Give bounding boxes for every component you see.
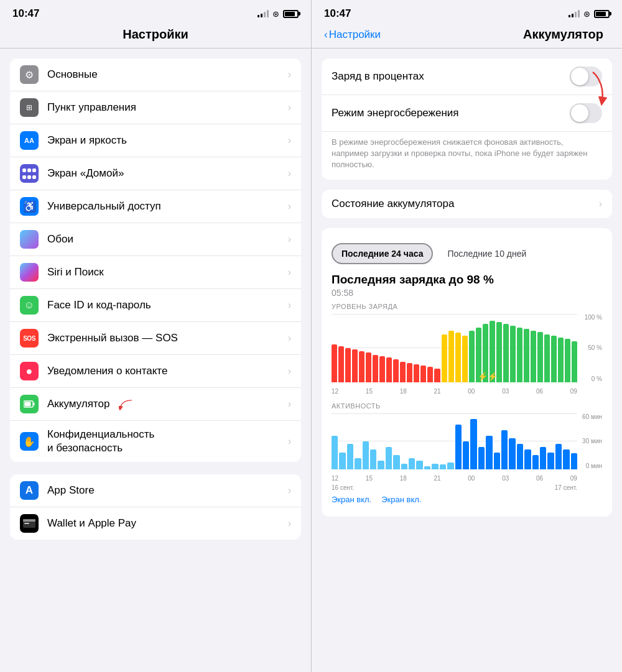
status-bar-right: 10:47 ⊛ xyxy=(312,0,622,25)
energy-save-toggle[interactable] xyxy=(570,103,602,123)
battery-bar xyxy=(338,346,344,382)
sos-icon: SOS xyxy=(20,329,39,348)
activity-bar xyxy=(532,455,539,469)
chevron-icon: › xyxy=(288,135,291,146)
battery-bar xyxy=(503,324,509,382)
battery-bar xyxy=(565,339,570,382)
activity-bar xyxy=(494,453,500,469)
nav-bar-left: Настройки xyxy=(0,25,311,48)
settings-item-appstore[interactable]: A App Store › xyxy=(10,474,301,507)
settings-item-control[interactable]: ⊞ Пункт управления › xyxy=(10,91,301,124)
battery-bar xyxy=(352,349,358,382)
chevron-icon: › xyxy=(288,69,291,80)
battery-label: Аккумулятор xyxy=(47,398,283,410)
svg-rect-4 xyxy=(23,519,35,522)
activity-bar xyxy=(447,463,453,469)
settings-item-privacy[interactable]: ✋ Конфиденциальностьи безопасность › xyxy=(10,421,301,462)
battery-y-labels: 100 % 50 % 0 % xyxy=(578,314,602,382)
battery-chart-label: УРОВЕНЬ ЗАРЯДА xyxy=(332,303,602,310)
settings-item-faceid[interactable]: ☺ Face ID и код-пароль › xyxy=(10,289,301,322)
battery-bar xyxy=(558,338,564,382)
battery-bar xyxy=(400,362,406,382)
battery-bar xyxy=(366,352,371,382)
settings-item-battery[interactable]: Аккумулятор › xyxy=(10,388,301,421)
battery-bar xyxy=(359,351,364,382)
activity-bar xyxy=(409,458,415,469)
activity-bar xyxy=(393,455,399,469)
activity-bar xyxy=(470,419,476,469)
battery-bar xyxy=(510,326,516,382)
activity-bar xyxy=(555,444,562,469)
privacy-icon: ✋ xyxy=(20,432,39,451)
battery-bar xyxy=(407,363,412,382)
chevron-icon: › xyxy=(288,300,291,311)
home-icon xyxy=(20,164,39,183)
activity-bar xyxy=(486,436,492,469)
settings-item-contact[interactable]: ● Уведомления о контакте › xyxy=(10,355,301,388)
settings-group-main: ⚙ Основные › ⊞ Пункт управления › AA Экр… xyxy=(10,58,301,462)
tab-24h[interactable]: Последние 24 часа xyxy=(332,243,433,264)
screen-on-link-2[interactable]: Экран вкл. xyxy=(381,495,421,504)
privacy-label: Конфиденциальностьи безопасность xyxy=(47,428,283,455)
status-icons-left: ⊛ xyxy=(258,9,299,19)
battery-bar xyxy=(537,332,543,382)
battery-bar xyxy=(379,356,385,382)
charge-title: Последняя зарядка до 98 % xyxy=(332,270,602,288)
bottom-legend: Экран вкл. Экран вкл. xyxy=(332,491,602,507)
contact-icon: ● xyxy=(20,362,39,380)
activity-bar xyxy=(547,453,554,469)
battery-state-row[interactable]: Состояние аккумулятора › xyxy=(322,190,612,218)
battery-bar xyxy=(517,328,522,382)
settings-item-sos[interactable]: SOS Экстренный вызов — SOS › xyxy=(10,322,301,355)
date-right: 17 сент. xyxy=(555,484,602,491)
access-label: Универсальный доступ xyxy=(47,200,283,213)
chevron-back-icon: ‹ xyxy=(324,29,328,41)
faceid-icon: ☺ xyxy=(20,296,39,315)
settings-item-general[interactable]: ⚙ Основные › xyxy=(10,58,301,91)
back-button[interactable]: ‹ Настройки xyxy=(324,29,381,41)
siri-icon xyxy=(20,263,39,282)
wifi-icon-right: ⊛ xyxy=(583,9,590,19)
activity-bar xyxy=(509,438,515,469)
nav-bar-right: ‹ Настройки Аккумулятор xyxy=(312,25,622,48)
wallet-icon xyxy=(20,514,39,533)
battery-bar xyxy=(572,341,577,382)
contact-label: Уведомления о контакте xyxy=(47,365,283,377)
signal-icon xyxy=(258,10,269,17)
svg-rect-2 xyxy=(25,402,31,407)
activity-bar xyxy=(540,447,546,469)
chevron-icon: › xyxy=(288,267,291,278)
charge-percent-label: Заряд в процентах xyxy=(332,70,570,83)
chevron-icon: › xyxy=(288,102,291,113)
battery-icon-menu xyxy=(20,395,39,413)
chevron-icon: › xyxy=(288,234,291,245)
activity-bar xyxy=(563,449,569,469)
battery-icon-right xyxy=(594,10,610,18)
battery-bar xyxy=(373,355,378,382)
settings-item-wallet[interactable]: Wallet и Apple Pay › xyxy=(10,507,301,540)
date-left: 16 сент. xyxy=(332,484,354,491)
battery-bar xyxy=(469,331,475,382)
charge-percent-toggle[interactable] xyxy=(570,67,602,86)
settings-item-display[interactable]: AA Экран и яркость › xyxy=(10,124,301,157)
battery-state-card: Состояние аккумулятора › xyxy=(322,190,612,218)
settings-item-wallpaper[interactable]: Обои › xyxy=(10,223,301,256)
charging-indicator: ⚡⚡ xyxy=(478,372,498,381)
date-row: 16 сент. 17 сент. xyxy=(332,484,602,491)
settings-item-home[interactable]: Экран «Домой» › xyxy=(10,157,301,190)
faceid-label: Face ID и код-пароль xyxy=(47,299,283,311)
sos-label: Экстренный вызов — SOS xyxy=(47,332,283,344)
activity-bar xyxy=(332,436,338,469)
battery-icon-left xyxy=(283,10,299,18)
battery-bar xyxy=(455,333,461,382)
battery-bar xyxy=(524,329,529,382)
tabs-row: Последние 24 часа Последние 10 дней xyxy=(332,236,602,270)
toggle-card: Заряд в процентах Режим энергосбережения… xyxy=(322,58,612,180)
screen-on-link-1[interactable]: Экран вкл. xyxy=(332,495,371,504)
activity-bar xyxy=(363,441,369,469)
tab-10d[interactable]: Последние 10 дней xyxy=(438,243,536,264)
left-panel: 10:47 ⊛ Настройки ⚙ Основные › ⊞ Пункт у… xyxy=(0,0,311,672)
home-label: Экран «Домой» xyxy=(47,167,283,180)
settings-item-siri[interactable]: Siri и Поиск › xyxy=(10,256,301,289)
settings-item-access[interactable]: ♿ Универсальный доступ › xyxy=(10,190,301,223)
